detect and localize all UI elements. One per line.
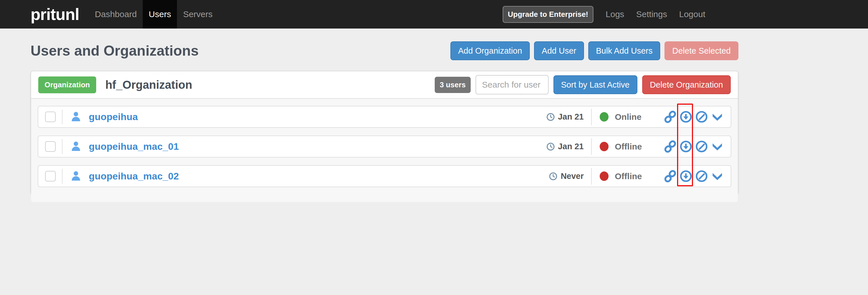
status-cell: Offline [600, 171, 664, 181]
temp-profile-link-icon[interactable] [664, 140, 676, 153]
nav-users[interactable]: Users [143, 0, 177, 29]
user-row: guopeihua_mac_01 Jan 21 Offline [38, 135, 731, 158]
temp-profile-link-icon[interactable] [664, 110, 676, 123]
navbar: pritunl Dashboard Users Servers Upgrade … [0, 0, 868, 29]
page-header: Users and Organizations Add Organization… [31, 41, 738, 60]
user-name-link[interactable]: guopeihua [89, 111, 138, 122]
organization-controls: 3 users Sort by Last Active Delete Organ… [435, 75, 731, 94]
page-title: Users and Organizations [31, 42, 199, 59]
user-count-badge: 3 users [435, 77, 470, 93]
temp-profile-link-icon[interactable] [664, 170, 676, 183]
organization-header: Organization hf_Organization 3 users Sor… [31, 71, 738, 98]
user-list: guopeihua Jan 21 Online [31, 98, 738, 202]
search-user-input[interactable] [475, 75, 549, 94]
status-dot [600, 171, 609, 181]
bulk-add-users-button[interactable]: Bulk Add Users [588, 41, 660, 60]
clock-icon [549, 172, 557, 181]
clock-icon [546, 113, 555, 121]
page-container: Users and Organizations Add Organization… [31, 41, 738, 194]
user-icon [70, 111, 82, 123]
nav-logs[interactable]: Logs [600, 9, 630, 19]
expand-user-chevron-icon[interactable] [711, 170, 723, 183]
status-label: Online [615, 112, 641, 122]
last-active-label: Jan 21 [558, 112, 584, 122]
status-label: Offline [615, 171, 642, 181]
delete-organization-button[interactable]: Delete Organization [642, 75, 731, 94]
last-active-cell: Jan 21 [532, 142, 584, 151]
divider [62, 109, 63, 124]
last-active-cell: Jan 21 [532, 112, 584, 122]
status-label: Offline [615, 142, 642, 152]
user-actions [664, 140, 723, 153]
download-profile-icon[interactable] [680, 170, 692, 183]
user-checkbox[interactable] [45, 171, 56, 182]
nav-dashboard[interactable]: Dashboard [89, 0, 143, 29]
nav-servers[interactable]: Servers [177, 0, 218, 29]
user-icon [70, 140, 82, 153]
sort-by-last-active-button[interactable]: Sort by Last Active [554, 75, 638, 94]
status-dot [600, 112, 609, 122]
add-organization-button[interactable]: Add Organization [451, 41, 530, 60]
divider [591, 138, 592, 155]
last-active-label: Never [561, 171, 584, 181]
upgrade-enterprise-button[interactable]: Upgrade to Enterprise! [503, 6, 593, 23]
status-cell: Online [600, 112, 664, 122]
user-checkbox[interactable] [45, 141, 56, 152]
user-row: guopeihua_mac_02 Never Offline [38, 165, 731, 187]
organization-badge: Organization [38, 76, 96, 93]
user-checkbox[interactable] [45, 111, 56, 122]
user-actions [664, 170, 723, 183]
last-active-cell: Never [532, 171, 584, 181]
expand-user-chevron-icon[interactable] [711, 110, 723, 123]
divider [591, 109, 592, 125]
disable-user-icon[interactable] [695, 140, 708, 153]
divider [591, 168, 592, 185]
user-icon [70, 170, 82, 183]
divider [62, 169, 63, 184]
user-row-right: Jan 21 Online [532, 109, 723, 125]
user-name-link[interactable]: guopeihua_mac_01 [89, 141, 179, 152]
organization-name: hf_Organization [105, 78, 192, 91]
status-dot [600, 142, 609, 151]
user-actions [664, 110, 723, 123]
navbar-inner: pritunl Dashboard Users Servers Upgrade … [0, 0, 711, 29]
expand-user-chevron-icon[interactable] [711, 140, 723, 153]
status-cell: Offline [600, 142, 664, 152]
organization-panel: Organization hf_Organization 3 users Sor… [31, 71, 738, 194]
nav-logout[interactable]: Logout [673, 9, 711, 19]
divider [62, 139, 63, 154]
disable-user-icon[interactable] [695, 170, 708, 183]
download-profile-icon[interactable] [680, 110, 692, 123]
user-row: guopeihua Jan 21 Online [38, 106, 731, 128]
page-actions: Add Organization Add User Bulk Add Users… [451, 41, 738, 60]
clock-icon [546, 142, 555, 151]
disable-user-icon[interactable] [695, 110, 708, 123]
download-profile-icon[interactable] [680, 140, 692, 153]
user-row-right: Never Offline [532, 168, 723, 185]
last-active-label: Jan 21 [558, 142, 584, 151]
app-logo[interactable]: pritunl [31, 0, 79, 29]
user-name-link[interactable]: guopeihua_mac_02 [89, 171, 179, 182]
nav-settings[interactable]: Settings [630, 9, 673, 19]
primary-nav: Dashboard Users Servers [89, 0, 218, 29]
delete-selected-button[interactable]: Delete Selected [664, 41, 738, 60]
user-row-right: Jan 21 Offline [532, 138, 723, 155]
navbar-right: Upgrade to Enterprise! Logs Settings Log… [503, 0, 711, 29]
add-user-button[interactable]: Add User [534, 41, 584, 60]
